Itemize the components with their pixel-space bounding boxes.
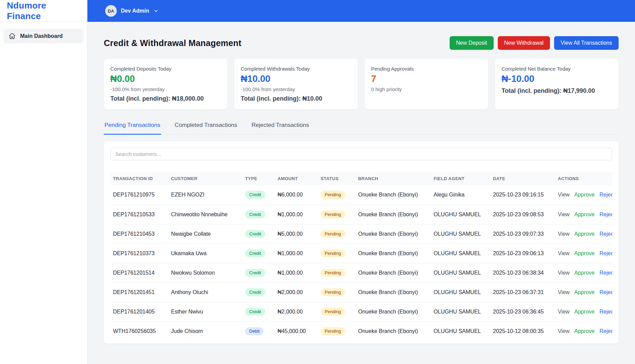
view-link[interactable]: View — [558, 192, 569, 198]
header-actions: New Deposit New Withdrawal View All Tran… — [450, 36, 619, 50]
cell-field-agent: OLUGHU SAMUEL — [431, 263, 490, 282]
col-type: TYPE — [242, 172, 275, 185]
topbar: DA Dev Admin — [87, 0, 635, 22]
cell-transaction-id: DEP1761210453 — [110, 224, 168, 244]
cell-actions: View Approve Reject — [555, 185, 612, 205]
user-menu[interactable]: DA Dev Admin — [105, 5, 159, 17]
cell-amount: ₦1,000.00 — [275, 244, 318, 263]
cell-actions: View Approve Reject — [555, 244, 612, 263]
approve-link[interactable]: Approve — [574, 328, 595, 334]
col-actions: ACTIONS — [555, 172, 612, 185]
stat-total: Total (incl. pending): ₦18,000.00 — [110, 95, 221, 102]
cell-status: Pending — [318, 302, 355, 321]
sidebar-item-main-dashboard[interactable]: Main Dashboard — [3, 29, 84, 43]
stat-label: Completed Net Balance Today — [502, 66, 612, 72]
col-field-agent: FIELD AGENT — [431, 172, 490, 185]
cell-transaction-id: DEP1761201405 — [110, 302, 168, 321]
cell-type: Credit — [242, 302, 275, 321]
view-link[interactable]: View — [558, 309, 569, 315]
tab-completed-transactions[interactable]: Completed Transactions — [174, 122, 238, 135]
approve-link[interactable]: Approve — [574, 192, 595, 198]
view-link[interactable]: View — [558, 328, 569, 334]
status-badge: Pending — [321, 249, 345, 258]
reject-link[interactable]: Reject — [599, 289, 612, 295]
transactions-tbody: DEP1761210975 EZEH NGOZI Credit ₦6,000.0… — [110, 185, 612, 341]
view-link[interactable]: View — [558, 289, 569, 295]
cell-status: Pending — [318, 185, 355, 205]
cell-customer: Anthony Oluchi — [168, 282, 242, 302]
cell-branch: Onueke Branch (Ebonyi) — [355, 224, 431, 244]
brand-logo: Ndumore Finance — [7, 0, 80, 21]
reject-link[interactable]: Reject — [599, 250, 612, 256]
reject-link[interactable]: Reject — [599, 231, 612, 237]
cell-status: Pending — [318, 263, 355, 282]
reject-link[interactable]: Reject — [599, 328, 612, 334]
search-input[interactable] — [110, 148, 612, 160]
cell-branch: Onueke Branch (Ebonyi) — [355, 321, 431, 341]
table-row: DEP1761210453 Nwaigbe Collate Credit ₦5,… — [110, 224, 612, 244]
new-withdrawal-button[interactable]: New Withdrawal — [498, 36, 550, 50]
cell-field-agent: OLUGHU SAMUEL — [431, 302, 490, 321]
type-badge: Credit — [245, 230, 265, 238]
cell-type: Credit — [242, 282, 275, 302]
approve-link[interactable]: Approve — [574, 289, 595, 295]
cell-date: 2025-10-23 06:36:45 — [490, 302, 555, 321]
table-row: DEP1761210533 Chinweotito Nnnebuihe Cred… — [110, 205, 612, 224]
stat-card-pending-approvals: Pending Approvals 7 0 high priority — [365, 59, 488, 110]
cell-field-agent: OLUGHU SAMUEL — [431, 282, 490, 302]
view-all-transactions-button[interactable]: View All Transactions — [554, 36, 619, 50]
cell-amount: ₦5,000.00 — [275, 224, 318, 244]
cell-amount: ₦1,000.00 — [275, 263, 318, 282]
brand-logo-area: Ndumore Finance — [0, 0, 87, 22]
sidebar-nav: Main Dashboard — [0, 25, 87, 47]
approve-link[interactable]: Approve — [574, 212, 595, 217]
cell-branch: Onueke Branch (Ebonyi) — [355, 282, 431, 302]
cell-actions: View Approve Reject — [555, 302, 612, 321]
cell-status: Pending — [318, 205, 355, 224]
table-row: DEP1761210975 EZEH NGOZI Credit ₦6,000.0… — [110, 185, 612, 205]
view-link[interactable]: View — [558, 212, 569, 217]
stat-card-completed-withdrawals: Completed Withdrawals Today ₦10.00 -100.… — [234, 59, 358, 110]
cell-customer: Jude Chisom — [168, 321, 242, 341]
approve-link[interactable]: Approve — [574, 250, 595, 256]
cell-field-agent: OLUGHU SAMUEL — [431, 224, 490, 244]
view-link[interactable]: View — [558, 231, 569, 237]
reject-link[interactable]: Reject — [599, 212, 612, 217]
sidebar-item-label: Main Dashboard — [20, 33, 62, 39]
cell-amount: ₦2,000.00 — [275, 282, 318, 302]
status-badge: Pending — [321, 288, 345, 296]
table-row: DEP1761201514 Nwokwu Solomon Credit ₦1,0… — [110, 263, 612, 282]
type-badge: Credit — [245, 191, 265, 199]
cell-amount: ₦2,000.00 — [275, 302, 318, 321]
cell-transaction-id: DEP1761210533 — [110, 205, 168, 224]
tab-pending-transactions[interactable]: Pending Transactions — [104, 122, 161, 135]
user-name: Dev Admin — [121, 8, 149, 14]
page-header: Credit & Withdrawal Management New Depos… — [104, 36, 619, 50]
reject-link[interactable]: Reject — [599, 270, 612, 276]
home-icon — [9, 32, 16, 40]
cell-transaction-id: WTH1760256035 — [110, 321, 168, 341]
cell-date: 2025-10-23 06:38:34 — [490, 263, 555, 282]
col-date: DATE — [490, 172, 555, 185]
approve-link[interactable]: Approve — [574, 309, 595, 315]
approve-link[interactable]: Approve — [574, 231, 595, 237]
status-badge: Pending — [321, 308, 345, 316]
cell-type: Credit — [242, 244, 275, 263]
view-link[interactable]: View — [558, 250, 569, 256]
cell-customer: EZEH NGOZI — [168, 185, 242, 205]
col-amount: AMOUNT — [275, 172, 318, 185]
col-branch: BRANCH — [355, 172, 431, 185]
cell-customer: Esther Nwivu — [168, 302, 242, 321]
cell-transaction-id: DEP1761201514 — [110, 263, 168, 282]
reject-link[interactable]: Reject — [599, 192, 612, 198]
tab-rejected-transactions[interactable]: Rejected Transactions — [251, 122, 310, 135]
view-link[interactable]: View — [558, 270, 569, 276]
reject-link[interactable]: Reject — [599, 309, 612, 315]
approve-link[interactable]: Approve — [574, 270, 595, 276]
cell-type: Credit — [242, 263, 275, 282]
stat-card-completed-deposits: Completed Deposits Today ₦0.00 -100.0% f… — [104, 59, 227, 110]
new-deposit-button[interactable]: New Deposit — [450, 36, 494, 50]
stat-sub: 0 high priority — [371, 86, 482, 92]
table-row: WTH1760256035 Jude Chisom Debit ₦45,000.… — [110, 321, 612, 341]
cell-branch: Onueke Branch (Ebonyi) — [355, 244, 431, 263]
